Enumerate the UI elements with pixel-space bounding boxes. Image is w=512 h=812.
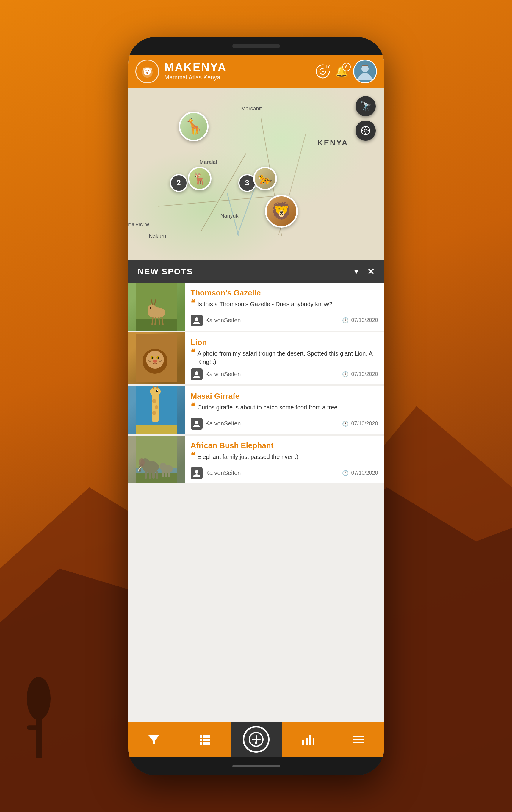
svg-rect-74	[165, 472, 167, 477]
svg-rect-92	[353, 736, 364, 737]
feed-date-text: 07/10/2020	[351, 470, 378, 476]
user-avatar[interactable]	[353, 59, 377, 83]
clock-icon: 🕐	[342, 317, 349, 324]
user-icon	[191, 368, 203, 380]
app-subtitle: Mammal Atlas Kenya	[164, 74, 315, 81]
svg-rect-93	[353, 739, 364, 740]
app-logo[interactable]	[135, 59, 159, 83]
svg-rect-70	[156, 471, 158, 479]
svg-rect-79	[203, 735, 210, 737]
svg-point-76	[195, 470, 199, 474]
feed-date: 🕐 07/10/2020	[342, 420, 378, 427]
gazelle-map-pin[interactable]: 🦌	[188, 167, 212, 191]
feed-species-name: Lion	[191, 338, 378, 347]
feed-item-image	[128, 283, 185, 330]
svg-point-60	[195, 421, 199, 424]
alerts-button[interactable]: 🔔 6	[335, 65, 349, 78]
svg-point-35	[195, 317, 199, 321]
svg-line-33	[159, 317, 159, 325]
svg-rect-88	[302, 740, 304, 745]
binoculars-button[interactable]: 🔭	[356, 96, 376, 116]
clock-icon: 🕐	[342, 420, 349, 427]
feed-item-image	[128, 332, 185, 384]
feed-item-image	[128, 386, 185, 434]
app-title-block: MAKENYA Mammal Atlas Kenya	[164, 62, 315, 81]
user-icon	[191, 467, 203, 479]
alerts-count-badge: 6	[342, 63, 351, 71]
home-indicator[interactable]	[232, 765, 280, 767]
eldama-label: Eldama Ravine	[128, 222, 150, 227]
feed-meta: Ka vonSeiten 🕐 07/10/2020	[191, 467, 378, 479]
feed-description: A photo from my safari trough the desert…	[198, 349, 378, 366]
feed-date: 🕐 07/10/2020	[342, 470, 378, 476]
svg-point-10	[146, 72, 148, 73]
feed-date-text: 07/10/2020	[351, 420, 378, 427]
list-nav-item[interactable]	[179, 722, 231, 757]
feed-user: Ka vonSeiten	[191, 368, 241, 380]
add-spot-button[interactable]	[243, 726, 270, 753]
nanyuki-label: Nanyuki	[220, 213, 240, 219]
svg-point-56	[157, 390, 158, 391]
svg-line-53	[153, 386, 153, 388]
maralal-label: Maralal	[200, 159, 217, 166]
feed-date-text: 07/10/2020	[351, 371, 378, 377]
svg-rect-69	[152, 471, 155, 479]
svg-point-17	[361, 65, 369, 72]
svg-rect-91	[313, 738, 314, 745]
svg-point-42	[157, 357, 159, 359]
svg-line-54	[157, 386, 158, 388]
svg-point-11	[143, 67, 146, 70]
svg-point-72	[160, 463, 166, 470]
svg-point-46	[159, 360, 161, 362]
svg-point-19	[364, 129, 367, 132]
menu-nav-item[interactable]	[333, 722, 384, 757]
svg-point-59	[152, 411, 156, 415]
svg-rect-89	[305, 737, 308, 745]
filter-nav-item[interactable]	[128, 722, 179, 757]
user-icon	[191, 315, 203, 326]
svg-point-9	[148, 70, 149, 71]
location-button[interactable]	[356, 120, 376, 141]
user-name: Ka vonSeiten	[206, 317, 241, 324]
phone-top-bar	[128, 37, 384, 55]
svg-point-43	[153, 360, 157, 363]
feed-item-content: Thomson's Gazelle ❝ Is this a Thomson's …	[185, 283, 384, 330]
cheetah-map-pin[interactable]: 🐆	[253, 167, 277, 191]
quote-mark-icon: ❝	[191, 299, 195, 307]
feed-meta: Ka vonSeiten 🕐 07/10/2020	[191, 315, 378, 326]
cluster-2-pin[interactable]: 2	[170, 174, 188, 192]
kenya-map-label: KENYA	[318, 138, 349, 148]
collapse-button[interactable]: ▼	[353, 267, 360, 276]
feed-item[interactable]: Thomson's Gazelle ❝ Is this a Thomson's …	[128, 283, 384, 330]
feed-list: Thomson's Gazelle ❝ Is this a Thomson's …	[128, 283, 384, 722]
stats-nav-item[interactable]	[282, 722, 333, 757]
feed-item[interactable]: Lion ❝ A photo from my safari trough the…	[128, 332, 384, 384]
notifications-button[interactable]: 17	[315, 64, 330, 79]
feed-item-image	[128, 436, 185, 483]
feed-meta: Ka vonSeiten 🕐 07/10/2020	[191, 368, 378, 380]
add-spot-nav-item[interactable]	[231, 722, 282, 757]
feed-item[interactable]: African Bush Elephant ❝ Elephant family …	[128, 436, 384, 483]
feed-species-name: African Bush Elephant	[191, 441, 378, 450]
svg-point-47	[161, 360, 162, 361]
feed-user: Ka vonSeiten	[191, 418, 241, 430]
lion-map-pin[interactable]: 🦁	[265, 195, 298, 228]
feed-item-content: African Bush Elephant ❝ Elephant family …	[185, 436, 384, 483]
user-name: Ka vonSeiten	[206, 469, 241, 476]
svg-marker-77	[148, 735, 159, 744]
feed-date: 🕐 07/10/2020	[342, 317, 378, 324]
phone-bottom-bar	[128, 757, 384, 775]
quote-mark-icon: ❝	[191, 402, 195, 410]
phone-screen: MAKENYA Mammal Atlas Kenya 17 🔔 6	[128, 55, 384, 757]
feed-item[interactable]: Masai Girrafe ❝ Curios giraffe is about …	[128, 386, 384, 434]
svg-point-66	[139, 458, 145, 467]
feed-quote: ❝ A photo from my safari trough the dese…	[191, 349, 378, 366]
map-container[interactable]: Marsabit Maralal Nanyuki Meru Nakuru Eld…	[128, 88, 384, 260]
feed-user: Ka vonSeiten	[191, 467, 241, 479]
svg-point-8	[146, 70, 147, 71]
feed-user: Ka vonSeiten	[191, 315, 241, 326]
feed-species-name: Masai Girrafe	[191, 392, 378, 401]
giraffe-map-pin[interactable]: 🦒	[179, 112, 209, 141]
clock-icon: 🕐	[342, 371, 349, 378]
close-panel-button[interactable]: ✕	[367, 266, 374, 277]
